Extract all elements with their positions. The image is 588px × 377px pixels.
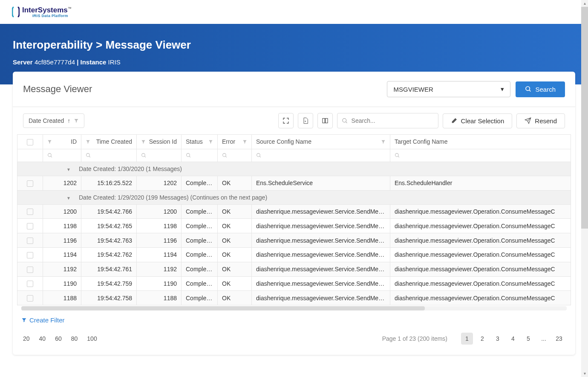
row-checkbox[interactable] — [27, 252, 33, 258]
table-row[interactable]: 119819:54:42.7651198CompletedOKdiashenri… — [17, 219, 571, 233]
collapse-icon[interactable]: ▼ — [64, 167, 73, 172]
row-checkbox[interactable] — [27, 281, 33, 287]
svg-point-15 — [223, 153, 226, 157]
table-row[interactable]: 119619:54:42.7631196CompletedOKdiashenri… — [17, 233, 571, 248]
app-header: InterSystems™ IRIS Data Platform — [0, 0, 588, 24]
group-row[interactable]: ▼Date Created: 1/29/2020 (199 Messages) … — [17, 190, 571, 204]
scroll-up-icon[interactable]: ▴ — [581, 0, 588, 7]
group-row[interactable]: ▼Date Created: 1/30/2020 (1 Messages) — [17, 162, 571, 176]
row-checkbox[interactable] — [27, 267, 33, 273]
scroll-thumb[interactable] — [21, 306, 425, 310]
row-checkbox[interactable] — [27, 180, 33, 187]
vertical-scrollbar[interactable]: ▴ ▾ — [581, 0, 588, 368]
grid-search[interactable] — [337, 113, 438, 128]
col-session[interactable]: Session Id — [137, 135, 182, 149]
cell: 1198 — [137, 219, 182, 233]
svg-point-0 — [526, 87, 530, 90]
logo-tm: ™ — [68, 6, 72, 11]
filter-icon — [242, 139, 247, 144]
pager-page[interactable]: 1 — [461, 333, 473, 345]
col-time[interactable]: Time Created — [81, 135, 137, 149]
filter-status[interactable] — [182, 149, 218, 162]
cell: 19:54:42.758 — [81, 291, 137, 305]
col-error[interactable]: Error — [218, 135, 252, 149]
filter-session[interactable] — [137, 149, 182, 162]
cell: 1196 — [137, 233, 182, 248]
cell: 19:54:42.759 — [81, 276, 137, 291]
cell: diashenrique.messageviewer.Service.SendM… — [252, 247, 390, 262]
page-size-option[interactable]: 100 — [87, 335, 97, 342]
column-chooser-button[interactable] — [317, 113, 333, 128]
svg-point-5 — [342, 118, 346, 122]
table-row[interactable]: 119219:54:42.7611192CompletedOKdiashenri… — [17, 262, 571, 276]
cell: Completed — [182, 262, 218, 276]
col-id[interactable]: ID — [43, 135, 81, 149]
page-size-option[interactable]: 40 — [39, 335, 46, 342]
cell: 1188 — [137, 291, 182, 305]
grid-footer: 20406080100 Page 1 of 23 (200 items) 123… — [13, 324, 575, 346]
pager-page[interactable]: 2 — [476, 333, 488, 345]
search-icon — [47, 153, 53, 158]
logo[interactable]: InterSystems™ IRIS Data Platform — [12, 6, 576, 18]
cell: 1200 — [43, 204, 81, 219]
filter-icon — [74, 118, 79, 123]
filter-time[interactable] — [81, 149, 137, 162]
breadcrumb: Interoperability > Message Viewer — [13, 38, 575, 52]
table-row[interactable]: 118819:54:42.7581188CompletedOKdiashenri… — [17, 291, 571, 305]
horizontal-scrollbar[interactable] — [21, 306, 567, 310]
filter-error[interactable] — [218, 149, 252, 162]
scroll-thumb[interactable] — [581, 7, 588, 229]
pager-page[interactable]: 4 — [507, 333, 519, 345]
export-excel-button[interactable]: x — [298, 113, 313, 128]
cell — [17, 219, 43, 233]
row-checkbox[interactable] — [27, 209, 33, 215]
eraser-icon — [451, 117, 458, 124]
caret-down-icon: ▾ — [501, 85, 504, 93]
filter-source[interactable] — [252, 149, 390, 162]
row-checkbox[interactable] — [27, 223, 33, 229]
collapse-icon[interactable]: ▼ — [64, 196, 73, 200]
search-icon — [186, 153, 191, 158]
filter-id[interactable] — [43, 149, 81, 162]
create-filter-link[interactable]: Create Filter — [21, 316, 65, 324]
row-checkbox[interactable] — [27, 238, 33, 244]
select-all-checkbox[interactable] — [27, 139, 33, 145]
search-icon — [395, 153, 400, 158]
table-row[interactable]: 120019:54:42.7661200CompletedOKdiashenri… — [17, 204, 571, 219]
cell: 1192 — [137, 262, 182, 276]
resend-button[interactable]: Resend — [516, 113, 565, 128]
columns-icon — [322, 117, 329, 124]
cell: diashenrique.messageviewer.Service.SendM… — [252, 262, 390, 276]
filter-icon — [208, 139, 213, 144]
page-size-option[interactable]: 60 — [55, 335, 62, 342]
page-size-option[interactable]: 20 — [23, 335, 30, 342]
col-source[interactable]: Source Config Name — [252, 135, 390, 149]
row-checkbox[interactable] — [27, 295, 33, 302]
svg-line-14 — [189, 156, 190, 157]
collapse-all-button[interactable] — [278, 113, 294, 128]
main-panel: Message Viewer MSGVIEWER ▾ Search Date C… — [13, 72, 575, 355]
col-time-label: Time Created — [96, 138, 132, 145]
search-icon — [141, 153, 147, 158]
clear-selection-button[interactable]: Clear Selection — [443, 113, 513, 128]
header-row: ID Time Created Session Id Status Error … — [17, 135, 571, 149]
table-row[interactable]: 119419:54:42.7621194CompletedOKdiashenri… — [17, 247, 571, 262]
view-dropdown[interactable]: MSGVIEWER ▾ — [387, 81, 510, 97]
table-row[interactable]: 119019:54:42.7591190CompletedOKdiashenri… — [17, 276, 571, 291]
page-size-option[interactable]: 80 — [71, 335, 78, 342]
table-row[interactable]: 120215:16:25.5221202CompletedOKEns.Sched… — [17, 176, 571, 190]
breadcrumb-root[interactable]: Interoperability — [13, 38, 93, 51]
col-select[interactable] — [17, 135, 43, 149]
col-status[interactable]: Status — [182, 135, 218, 149]
grid-search-input[interactable] — [352, 117, 434, 124]
cell: diashenrique.messageviewer.Service.SendM… — [252, 204, 390, 219]
pager-page[interactable]: 5 — [522, 333, 534, 345]
search-button[interactable]: Search — [516, 81, 565, 97]
cell: Completed — [182, 291, 218, 305]
col-target[interactable]: Target Config Name — [390, 135, 571, 149]
sort-chip[interactable]: Date Created ↑ — [23, 113, 84, 128]
pager-page[interactable]: 23 — [553, 333, 565, 345]
filter-target[interactable] — [390, 149, 571, 162]
svg-text:x: x — [305, 120, 306, 122]
pager-page[interactable]: 3 — [492, 333, 504, 345]
